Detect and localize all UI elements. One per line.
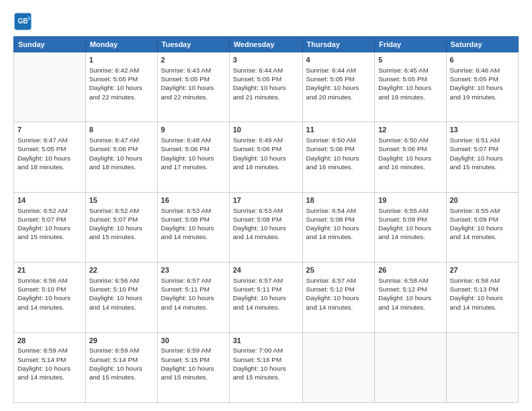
day-number: 19 — [378, 195, 442, 205]
day-cell: 26Sunrise: 6:58 AM Sunset: 5:12 PM Dayli… — [375, 263, 446, 332]
day-cell: 30Sunrise: 6:59 AM Sunset: 5:15 PM Dayli… — [157, 332, 229, 402]
day-cell: 6Sunrise: 6:46 AM Sunset: 5:05 PM Daylig… — [446, 52, 519, 122]
day-cell: 4Sunrise: 6:44 AM Sunset: 5:05 PM Daylig… — [302, 52, 375, 122]
day-cell: 29Sunrise: 6:59 AM Sunset: 5:14 PM Dayli… — [85, 332, 157, 402]
day-cell: 10Sunrise: 6:49 AM Sunset: 5:06 PM Dayli… — [229, 122, 302, 192]
day-cell — [446, 332, 519, 402]
header-row: SundayMondayTuesdayWednesdayThursdayFrid… — [14, 37, 519, 52]
day-number: 30 — [161, 336, 226, 346]
day-number: 26 — [378, 265, 442, 275]
day-cell: 21Sunrise: 6:56 AM Sunset: 5:10 PM Dayli… — [14, 263, 86, 332]
day-number: 24 — [233, 265, 299, 275]
day-cell: 7Sunrise: 6:47 AM Sunset: 5:05 PM Daylig… — [14, 122, 86, 192]
day-info: Sunrise: 7:00 AM Sunset: 5:16 PM Dayligh… — [233, 346, 299, 381]
week-row-2: 14Sunrise: 6:52 AM Sunset: 5:07 PM Dayli… — [14, 192, 519, 262]
day-cell: 9Sunrise: 6:48 AM Sunset: 5:06 PM Daylig… — [157, 122, 229, 192]
day-info: Sunrise: 6:59 AM Sunset: 5:14 PM Dayligh… — [89, 346, 154, 381]
day-cell: 28Sunrise: 6:59 AM Sunset: 5:14 PM Dayli… — [14, 332, 86, 402]
day-cell — [14, 52, 86, 122]
day-number: 17 — [233, 195, 299, 205]
day-cell: 8Sunrise: 6:47 AM Sunset: 5:06 PM Daylig… — [85, 122, 157, 192]
day-cell: 1Sunrise: 6:42 AM Sunset: 5:05 PM Daylig… — [85, 52, 157, 122]
day-info: Sunrise: 6:59 AM Sunset: 5:15 PM Dayligh… — [161, 346, 226, 381]
day-cell: 2Sunrise: 6:43 AM Sunset: 5:05 PM Daylig… — [157, 52, 229, 122]
day-cell: 31Sunrise: 7:00 AM Sunset: 5:16 PM Dayli… — [229, 332, 302, 402]
day-info: Sunrise: 6:57 AM Sunset: 5:11 PM Dayligh… — [161, 276, 226, 312]
day-number: 25 — [306, 265, 371, 275]
day-number: 27 — [450, 265, 515, 275]
week-row-3: 21Sunrise: 6:56 AM Sunset: 5:10 PM Dayli… — [14, 263, 519, 332]
day-number: 31 — [233, 336, 299, 346]
day-info: Sunrise: 6:47 AM Sunset: 5:06 PM Dayligh… — [89, 136, 154, 171]
day-cell — [375, 332, 446, 402]
day-number: 20 — [450, 195, 515, 205]
day-info: Sunrise: 6:53 AM Sunset: 5:08 PM Dayligh… — [233, 206, 299, 242]
day-info: Sunrise: 6:46 AM Sunset: 5:05 PM Dayligh… — [450, 66, 515, 101]
day-info: Sunrise: 6:57 AM Sunset: 5:12 PM Dayligh… — [306, 276, 371, 312]
day-cell: 16Sunrise: 6:53 AM Sunset: 5:08 PM Dayli… — [157, 192, 229, 262]
day-info: Sunrise: 6:55 AM Sunset: 5:09 PM Dayligh… — [450, 206, 515, 242]
calendar: SundayMondayTuesdayWednesdayThursdayFrid… — [13, 36, 519, 403]
day-number: 1 — [89, 55, 154, 65]
day-info: Sunrise: 6:47 AM Sunset: 5:05 PM Dayligh… — [17, 136, 82, 171]
day-number: 18 — [306, 195, 371, 205]
day-cell: 18Sunrise: 6:54 AM Sunset: 5:08 PM Dayli… — [302, 192, 375, 262]
day-number: 3 — [233, 55, 299, 65]
day-number: 28 — [17, 336, 82, 346]
svg-text:GB: GB — [17, 17, 28, 25]
day-number: 13 — [450, 125, 515, 135]
day-info: Sunrise: 6:58 AM Sunset: 5:13 PM Dayligh… — [450, 276, 515, 312]
day-cell: 17Sunrise: 6:53 AM Sunset: 5:08 PM Dayli… — [229, 192, 302, 262]
day-info: Sunrise: 6:45 AM Sunset: 5:05 PM Dayligh… — [378, 66, 442, 101]
day-info: Sunrise: 6:50 AM Sunset: 5:06 PM Dayligh… — [378, 136, 442, 171]
day-info: Sunrise: 6:53 AM Sunset: 5:08 PM Dayligh… — [161, 206, 226, 242]
day-cell: 5Sunrise: 6:45 AM Sunset: 5:05 PM Daylig… — [375, 52, 446, 122]
day-number: 9 — [161, 125, 226, 135]
day-cell: 15Sunrise: 6:52 AM Sunset: 5:07 PM Dayli… — [85, 192, 157, 262]
day-cell: 3Sunrise: 6:44 AM Sunset: 5:05 PM Daylig… — [229, 52, 302, 122]
day-cell: 14Sunrise: 6:52 AM Sunset: 5:07 PM Dayli… — [14, 192, 86, 262]
day-number: 15 — [89, 195, 154, 205]
header-day-saturday: Saturday — [446, 37, 519, 52]
day-cell: 13Sunrise: 6:51 AM Sunset: 5:07 PM Dayli… — [446, 122, 519, 192]
header-day-wednesday: Wednesday — [229, 37, 302, 52]
day-info: Sunrise: 6:50 AM Sunset: 5:06 PM Dayligh… — [306, 136, 371, 171]
day-number: 7 — [17, 125, 82, 135]
header-day-monday: Monday — [85, 37, 157, 52]
logo: GB — [13, 12, 35, 31]
day-info: Sunrise: 6:52 AM Sunset: 5:07 PM Dayligh… — [17, 206, 82, 242]
day-info: Sunrise: 6:57 AM Sunset: 5:11 PM Dayligh… — [233, 276, 299, 312]
header-day-tuesday: Tuesday — [157, 37, 229, 52]
day-number: 12 — [378, 125, 442, 135]
day-info: Sunrise: 6:43 AM Sunset: 5:05 PM Dayligh… — [161, 66, 226, 101]
day-number: 8 — [89, 125, 154, 135]
day-info: Sunrise: 6:55 AM Sunset: 5:09 PM Dayligh… — [378, 206, 442, 242]
day-info: Sunrise: 6:59 AM Sunset: 5:14 PM Dayligh… — [17, 346, 82, 381]
day-info: Sunrise: 6:58 AM Sunset: 5:12 PM Dayligh… — [378, 276, 442, 312]
day-cell: 25Sunrise: 6:57 AM Sunset: 5:12 PM Dayli… — [302, 263, 375, 332]
week-row-0: 1Sunrise: 6:42 AM Sunset: 5:05 PM Daylig… — [14, 52, 519, 122]
day-number: 11 — [306, 125, 371, 135]
day-number: 2 — [161, 55, 226, 65]
day-number: 29 — [89, 336, 154, 346]
day-info: Sunrise: 6:49 AM Sunset: 5:06 PM Dayligh… — [233, 136, 299, 171]
day-number: 21 — [17, 265, 82, 275]
day-cell — [302, 332, 375, 402]
day-info: Sunrise: 6:44 AM Sunset: 5:05 PM Dayligh… — [233, 66, 299, 101]
day-number: 6 — [450, 55, 515, 65]
day-cell: 20Sunrise: 6:55 AM Sunset: 5:09 PM Dayli… — [446, 192, 519, 262]
day-number: 16 — [161, 195, 226, 205]
day-info: Sunrise: 6:44 AM Sunset: 5:05 PM Dayligh… — [306, 66, 371, 101]
day-info: Sunrise: 6:48 AM Sunset: 5:06 PM Dayligh… — [161, 136, 226, 171]
header-day-friday: Friday — [375, 37, 446, 52]
day-cell: 23Sunrise: 6:57 AM Sunset: 5:11 PM Dayli… — [157, 263, 229, 332]
day-cell: 19Sunrise: 6:55 AM Sunset: 5:09 PM Dayli… — [375, 192, 446, 262]
day-cell: 24Sunrise: 6:57 AM Sunset: 5:11 PM Dayli… — [229, 263, 302, 332]
day-number: 4 — [306, 55, 371, 65]
day-info: Sunrise: 6:56 AM Sunset: 5:10 PM Dayligh… — [17, 276, 82, 312]
day-cell: 12Sunrise: 6:50 AM Sunset: 5:06 PM Dayli… — [375, 122, 446, 192]
page: GB SundayMondayTuesdayWednesdayThursdayF… — [0, 0, 532, 411]
week-row-4: 28Sunrise: 6:59 AM Sunset: 5:14 PM Dayli… — [14, 332, 519, 402]
day-number: 22 — [89, 265, 154, 275]
day-cell: 27Sunrise: 6:58 AM Sunset: 5:13 PM Dayli… — [446, 263, 519, 332]
